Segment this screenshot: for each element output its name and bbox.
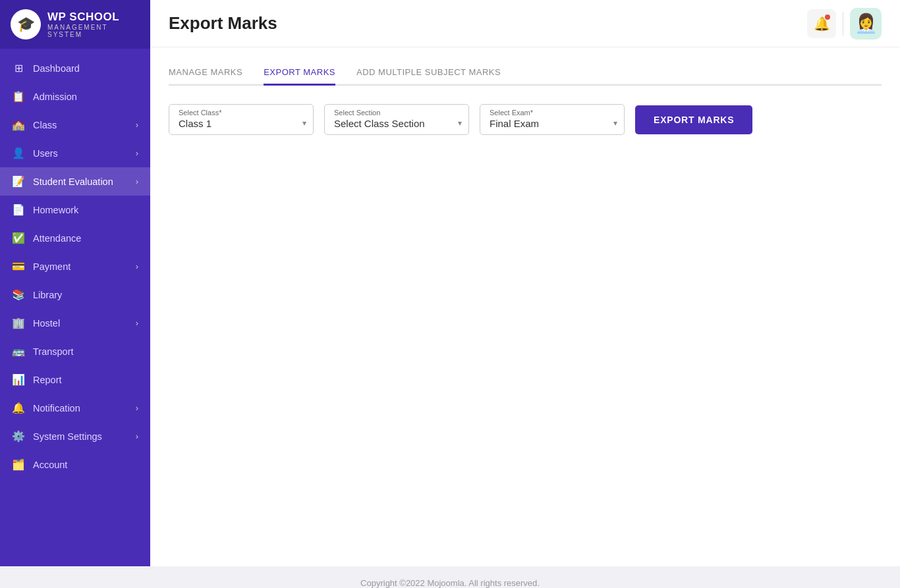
sidebar-nav: ⊞ Dashboard 📋 Admission 🏫 Class › 👤 User… [0, 49, 150, 566]
library-icon: 📚 [12, 288, 25, 301]
sidebar-logo[interactable]: 🎓 WP SCHOOL MANAGEMENT SYSTEM [0, 0, 150, 49]
transport-icon: 🚌 [12, 345, 25, 358]
sidebar-item-label: Notification [33, 403, 128, 414]
logo-title: WP SCHOOL [47, 11, 140, 24]
avatar-button[interactable]: 👩‍💼 [850, 8, 882, 40]
sidebar-item-label: Library [33, 290, 138, 300]
main-content: Export Marks 🔔 👩‍💼 MANAGE MARKS [150, 0, 900, 566]
sidebar-item-label: Admission [33, 92, 138, 102]
export-marks-button[interactable]: EXPORT MARKS [635, 105, 752, 134]
class-icon: 🏫 [12, 119, 25, 131]
exam-select[interactable]: Final Exam Mid Term Unit Test [490, 118, 615, 129]
chevron-right-icon: › [136, 261, 138, 271]
sidebar-item-class[interactable]: 🏫 Class › [0, 111, 150, 139]
tab-export-marks[interactable]: EXPORT MARKS [264, 61, 335, 86]
sidebar-item-hostel[interactable]: 🏢 Hostel › [0, 309, 150, 337]
sidebar-item-label: Dashboard [33, 63, 138, 74]
chevron-right-icon: › [136, 318, 138, 328]
hostel-icon: 🏢 [12, 317, 25, 329]
report-icon: 📊 [12, 373, 25, 386]
sidebar-item-label: Account [33, 460, 138, 470]
sidebar-item-account[interactable]: 🗂️ Account [0, 450, 150, 479]
tab-add-multiple-subject-marks[interactable]: ADD MULTIPLE SUBJECT MARKS [356, 61, 501, 86]
section-select-field: Select Section Select Class Section ▾ [324, 104, 469, 135]
sidebar-item-label: Homework [33, 205, 138, 215]
exam-select-field: Select Exam* Final Exam Mid Term Unit Te… [480, 104, 625, 135]
tabs-bar: MANAGE MARKS EXPORT MARKS ADD MULTIPLE S… [169, 61, 882, 86]
account-icon: 🗂️ [12, 458, 25, 471]
topbar-right: 🔔 👩‍💼 [807, 8, 882, 40]
sidebar-item-dashboard[interactable]: ⊞ Dashboard [0, 54, 150, 82]
chevron-right-icon: › [136, 120, 138, 130]
class-select[interactable]: Class 1 Class 2 Class 3 [179, 118, 304, 129]
sidebar-item-library[interactable]: 📚 Library [0, 281, 150, 309]
sidebar-item-users[interactable]: 👤 Users › [0, 139, 150, 167]
chevron-right-icon: › [136, 431, 138, 441]
sidebar-item-label: System Settings [33, 431, 128, 442]
sidebar-item-report[interactable]: 📊 Report [0, 365, 150, 394]
filter-row: Select Class* Class 1 Class 2 Class 3 ▾ … [169, 104, 882, 135]
page-title: Export Marks [169, 13, 277, 34]
topbar-divider [843, 12, 843, 36]
page-body: MANAGE MARKS EXPORT MARKS ADD MULTIPLE S… [150, 47, 900, 566]
settings-icon: ⚙️ [12, 430, 25, 442]
logo-subtitle: MANAGEMENT SYSTEM [47, 24, 140, 38]
avatar-image: 👩‍💼 [855, 13, 878, 34]
sidebar-item-homework[interactable]: 📄 Homework [0, 196, 150, 224]
sidebar-item-label: Users [33, 148, 128, 159]
notification-icon: 🔔 [12, 402, 25, 414]
attendance-icon: ✅ [12, 232, 25, 244]
section-select-label: Select Section [334, 109, 459, 117]
sidebar: 🎓 WP SCHOOL MANAGEMENT SYSTEM ⊞ Dashboar… [0, 0, 150, 566]
sidebar-item-label: Student Evaluation [33, 176, 128, 187]
chevron-right-icon: › [136, 176, 138, 186]
sidebar-item-admission[interactable]: 📋 Admission [0, 82, 150, 111]
student-eval-icon: 📝 [12, 175, 25, 188]
users-icon: 👤 [12, 147, 25, 159]
sidebar-item-label: Hostel [33, 318, 128, 329]
sidebar-item-system-settings[interactable]: ⚙️ System Settings › [0, 422, 150, 450]
class-select-field: Select Class* Class 1 Class 2 Class 3 ▾ [169, 104, 314, 135]
sidebar-item-student-evaluation[interactable]: 📝 Student Evaluation › [0, 167, 150, 196]
admission-icon: 📋 [12, 90, 25, 103]
footer: Copyright ©2022 Mojoomla. All rights res… [0, 566, 900, 588]
tab-manage-marks[interactable]: MANAGE MARKS [169, 61, 242, 86]
sidebar-item-transport[interactable]: 🚌 Transport [0, 337, 150, 365]
chevron-right-icon: › [136, 403, 138, 413]
sidebar-item-label: Transport [33, 346, 138, 357]
dashboard-icon: ⊞ [12, 62, 25, 74]
topbar: Export Marks 🔔 👩‍💼 [150, 0, 900, 47]
sidebar-item-label: Payment [33, 261, 128, 272]
payment-icon: 💳 [12, 260, 25, 273]
logo-text: WP SCHOOL MANAGEMENT SYSTEM [47, 11, 140, 38]
logo-icon: 🎓 [11, 9, 41, 40]
sidebar-item-label: Attendance [33, 233, 138, 244]
sidebar-item-payment[interactable]: 💳 Payment › [0, 252, 150, 281]
sidebar-item-label: Class [33, 120, 128, 130]
sidebar-item-notification[interactable]: 🔔 Notification › [0, 394, 150, 422]
chevron-right-icon: › [136, 148, 138, 158]
notification-badge [825, 14, 830, 20]
homework-icon: 📄 [12, 203, 25, 216]
sidebar-item-attendance[interactable]: ✅ Attendance [0, 224, 150, 252]
footer-text: Copyright ©2022 Mojoomla. All rights res… [360, 578, 540, 588]
exam-select-label: Select Exam* [490, 109, 615, 117]
class-select-label: Select Class* [179, 109, 304, 117]
notification-button[interactable]: 🔔 [807, 9, 836, 38]
sidebar-item-label: Report [33, 375, 138, 385]
section-select[interactable]: Select Class Section [334, 118, 459, 129]
